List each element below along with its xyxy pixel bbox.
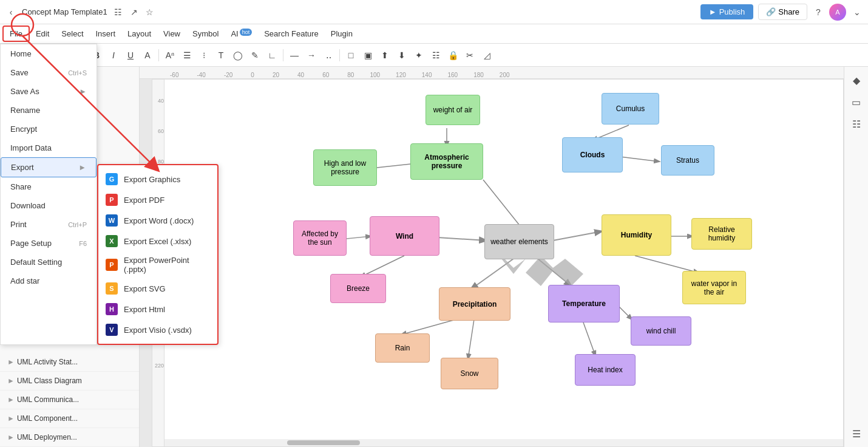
export-html-item[interactable]: H Export Html bbox=[98, 299, 217, 319]
shape-btn[interactable]: □ bbox=[343, 47, 359, 63]
share-tab-icon[interactable]: ↗ bbox=[128, 6, 140, 18]
clear-btn[interactable]: ◯ bbox=[230, 47, 246, 63]
menu-print[interactable]: PrintCtrl+P bbox=[1, 215, 97, 234]
export-pdf-label: Export PDF bbox=[124, 196, 164, 205]
node-heat-index[interactable]: Heat index bbox=[575, 354, 636, 386]
menu-search-feature[interactable]: Search Feature bbox=[258, 27, 325, 41]
sparkle-btn[interactable]: ✦ bbox=[411, 47, 427, 63]
node-clouds[interactable]: Clouds bbox=[562, 137, 623, 172]
menu-view[interactable]: View bbox=[157, 27, 186, 41]
node-precipitation[interactable]: Precipitation bbox=[439, 287, 510, 321]
menu-select[interactable]: Select bbox=[55, 27, 89, 41]
node-atmospheric-pressure[interactable]: Atmospheric pressure bbox=[410, 143, 483, 180]
star-icon[interactable]: ☆ bbox=[144, 6, 156, 18]
palette-icon[interactable]: ◆ bbox=[848, 72, 865, 89]
expand-btn[interactable]: ◿ bbox=[479, 47, 495, 63]
menu-default-setting[interactable]: Default Setting bbox=[1, 253, 97, 271]
menu-add-star[interactable]: Add star bbox=[1, 271, 97, 290]
menu-export[interactable]: Export► bbox=[1, 157, 97, 177]
sidebar-item-uml-component[interactable]: ► UML Component... bbox=[0, 409, 139, 428]
svg-line-8 bbox=[538, 259, 571, 286]
main-area: Home SaveCtrl+S Save As► Rename Encrypt … bbox=[0, 67, 868, 447]
node-water-vapor[interactable]: water vapor in the air bbox=[682, 271, 746, 304]
share-button[interactable]: 🔗 Share bbox=[758, 4, 807, 20]
node-relative-humidity[interactable]: Relative humidity bbox=[691, 218, 752, 250]
right-sidebar: ◆ ▭ ☷ ☰ bbox=[844, 67, 868, 447]
menu-ai[interactable]: AIhot bbox=[225, 27, 258, 41]
sidebar-item-uml-activity[interactable]: ► UML Activity Stat... bbox=[0, 353, 139, 372]
sidebar-item-uml-deployment[interactable]: ► UML Deploymen... bbox=[0, 428, 139, 447]
avatar[interactable]: A bbox=[829, 4, 846, 21]
canvas-diagram: weight of air Atmospheric pressure High … bbox=[164, 80, 844, 446]
scroll-thumb-h[interactable] bbox=[287, 440, 360, 445]
lock-btn[interactable]: 🔒 bbox=[445, 47, 461, 63]
line-style-btn[interactable]: — bbox=[287, 47, 302, 63]
canvas-content[interactable]: 40 60 80 100 120 140 160 180 200 220 bbox=[152, 79, 844, 447]
menu-share[interactable]: Share bbox=[1, 177, 97, 196]
menu-right-icon[interactable]: ☰ bbox=[848, 425, 865, 442]
export-pdf-item[interactable]: P Export PDF bbox=[98, 189, 217, 210]
svg-line-9 bbox=[347, 236, 371, 239]
publish-icon: ► bbox=[709, 7, 717, 16]
menu-rename[interactable]: Rename bbox=[1, 101, 97, 120]
filter-btn[interactable]: ☷ bbox=[428, 47, 444, 63]
menu-layout[interactable]: Layout bbox=[121, 27, 157, 41]
node-wind-chill[interactable]: wind chill bbox=[631, 316, 691, 346]
menu-insert[interactable]: Insert bbox=[90, 27, 122, 41]
file-menu-overlay: Home SaveCtrl+S Save As► Rename Encrypt … bbox=[0, 44, 219, 345]
menu-save-as[interactable]: Save As► bbox=[1, 82, 97, 101]
menu-encrypt[interactable]: Encrypt bbox=[1, 120, 97, 138]
topbar-left: ‹ Concept Map Template1 ☷ ↗ ☆ bbox=[5, 6, 698, 18]
file-menu: Home SaveCtrl+S Save As► Rename Encrypt … bbox=[0, 44, 97, 345]
topbar: ‹ Concept Map Template1 ☷ ↗ ☆ ► Publish … bbox=[0, 0, 868, 24]
menu-import-data[interactable]: Import Data bbox=[1, 138, 97, 157]
node-high-low-pressure[interactable]: High and low pressure bbox=[313, 149, 377, 186]
node-weather-elements[interactable]: weather elements bbox=[484, 224, 554, 259]
back-icon[interactable]: ‹ bbox=[5, 6, 17, 18]
node-rain[interactable]: Rain bbox=[375, 333, 430, 363]
draw-btn[interactable]: ✎ bbox=[247, 47, 263, 63]
scissors-btn[interactable]: ✂ bbox=[462, 47, 478, 63]
sep2 bbox=[283, 49, 283, 61]
export-graphics-item[interactable]: G Export Graphics bbox=[98, 169, 217, 189]
dash-style-btn[interactable]: ‥ bbox=[320, 47, 336, 63]
sidebar-item-uml-communica[interactable]: ► UML Communica... bbox=[0, 391, 139, 409]
node-cumulus[interactable]: Cumulus bbox=[602, 93, 659, 125]
node-weight-of-air[interactable]: weight of air bbox=[426, 95, 480, 125]
send-back-btn[interactable]: ⬇ bbox=[394, 47, 410, 63]
menu-download[interactable]: Download bbox=[1, 196, 97, 215]
node-breeze[interactable]: Breeze bbox=[330, 274, 386, 303]
node-temperature[interactable]: Temperature bbox=[548, 285, 620, 322]
sidebar-item-uml-class[interactable]: ► UML Class Diagram bbox=[0, 372, 139, 391]
menu-edit[interactable]: Edit bbox=[30, 27, 55, 41]
angle-btn[interactable]: ∟ bbox=[264, 47, 280, 63]
menu-symbol[interactable]: Symbol bbox=[186, 27, 225, 41]
node-humidity[interactable]: Humidity bbox=[602, 214, 671, 256]
menu-save[interactable]: SaveCtrl+S bbox=[1, 63, 97, 82]
horizontal-scrollbar[interactable] bbox=[164, 439, 843, 446]
node-snow[interactable]: Snow bbox=[441, 358, 498, 389]
menu-home[interactable]: Home bbox=[1, 44, 97, 63]
export-svg-item[interactable]: S Export SVG bbox=[98, 278, 217, 299]
format-icon[interactable]: ▭ bbox=[848, 94, 865, 111]
export-word-item[interactable]: W Export Word (.docx) bbox=[98, 210, 217, 231]
node-wind[interactable]: Wind bbox=[370, 216, 439, 256]
export-excel-item[interactable]: X Export Excel (.xlsx) bbox=[98, 231, 217, 251]
bring-front-btn[interactable]: ⬆ bbox=[377, 47, 393, 63]
shadow-btn[interactable]: ▣ bbox=[360, 47, 376, 63]
export-html-label: Export Html bbox=[124, 305, 165, 314]
node-affected-by-sun[interactable]: Affected by the sun bbox=[293, 220, 347, 256]
help-icon[interactable]: ? bbox=[812, 6, 824, 18]
grid-right-icon[interactable]: ☷ bbox=[848, 115, 865, 132]
grid-icon[interactable]: ☷ bbox=[112, 6, 124, 18]
menu-file[interactable]: File bbox=[2, 26, 30, 42]
menu-plugin[interactable]: Plugin bbox=[325, 27, 359, 41]
export-visio-item[interactable]: V Export Visio (.vsdx) bbox=[98, 319, 217, 340]
node-stratus[interactable]: Stratus bbox=[661, 145, 714, 176]
export-graphics-label: Export Graphics bbox=[124, 175, 180, 184]
menu-page-setup[interactable]: Page SetupF6 bbox=[1, 234, 97, 253]
arrow-style-btn[interactable]: → bbox=[303, 47, 319, 63]
export-ppt-item[interactable]: P Export PowerPoint (.pptx) bbox=[98, 251, 217, 278]
chevron-down-icon[interactable]: ⌄ bbox=[851, 6, 863, 18]
publish-button[interactable]: ► Publish bbox=[700, 4, 754, 19]
